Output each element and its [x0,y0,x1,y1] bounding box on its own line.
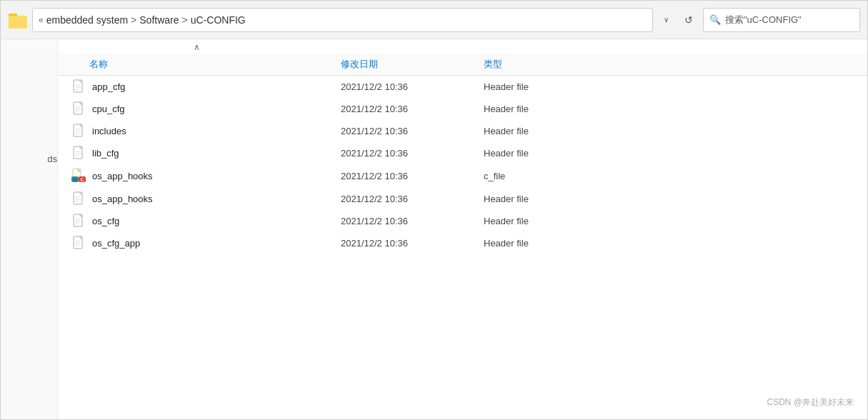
file-name: includes [89,126,341,136]
file-icon-area [69,79,89,94]
file-type: Header file [484,104,856,114]
breadcrumb-sep-2: > [182,14,188,26]
file-name: os_app_hooks [89,194,341,204]
file-date: 2021/12/2 10:36 [341,216,484,226]
file-explorer-window: « embedded system > Software > uC-CONFIG… [0,0,868,420]
table-row[interactable]: lib_cfg2021/12/2 10:36Header file [58,142,867,164]
generic-file-icon [73,214,86,228]
breadcrumb-embedded[interactable]: embedded system [46,14,128,26]
file-name: lib_cfg [89,148,341,159]
search-box[interactable]: 🔍 搜索"uC-CONFIG" [703,8,860,32]
table-row[interactable]: os_cfg_app2021/12/2 10:36Header file [58,232,867,254]
breadcrumb[interactable]: « embedded system > Software > uC-CONFIG [32,8,653,32]
file-type: Header file [484,238,856,249]
file-type: Header file [484,216,856,226]
table-row[interactable]: os_app_hooks2021/12/2 10:36Header file [58,188,867,210]
file-name: cpu_cfg [89,104,341,114]
file-date: 2021/12/2 10:36 [341,81,484,92]
file-icon-area [69,191,89,206]
file-type: Header file [484,81,856,92]
column-name-header[interactable]: 名称 [69,58,341,71]
generic-file-icon [73,236,86,250]
folder-icon [8,10,28,30]
file-icon-area [69,124,89,138]
file-date: 2021/12/2 10:36 [341,148,484,159]
file-icon-area [69,214,89,228]
file-list[interactable]: ∧ 名称 修改日期 类型 app_cfg2021/12/2 10:36Heade… [58,39,867,419]
table-row[interactable]: includes2021/12/2 10:36Header file [58,120,867,142]
table-row[interactable]: app_cfg2021/12/2 10:36Header file [58,76,867,98]
generic-file-icon [73,146,86,160]
file-type: c_file [484,171,856,181]
c-file-icon: C [71,168,87,184]
sort-indicator-area: ∧ [58,39,867,54]
table-row[interactable]: C os_app_hooks2021/12/2 10:36c_file [58,164,867,188]
sidebar: ds [1,39,58,419]
column-type-header[interactable]: 类型 [484,58,856,71]
file-date: 2021/12/2 10:36 [341,238,484,249]
refresh-button[interactable]: ↺ [679,10,699,30]
file-date: 2021/12/2 10:36 [341,171,484,181]
file-rows-container: app_cfg2021/12/2 10:36Header file cpu_cf… [58,76,867,254]
file-date: 2021/12/2 10:36 [341,194,484,204]
watermark: CSDN @奔赴美好未来 [767,396,854,409]
table-row[interactable]: cpu_cfg2021/12/2 10:36Header file [58,98,867,120]
generic-file-icon [73,191,86,206]
file-name: os_app_hooks [89,171,341,181]
refresh-icon: ↺ [684,14,693,26]
file-icon-area: C [69,168,89,184]
file-type: Header file [484,194,856,204]
search-label: 搜索"uC-CONFIG" [725,14,802,26]
file-icon-area [69,236,89,250]
breadcrumb-ucconfig[interactable]: uC-CONFIG [191,14,246,26]
table-row[interactable]: os_cfg2021/12/2 10:36Header file [58,210,867,232]
svg-text:C: C [80,177,84,182]
file-icon-area [69,101,89,116]
svg-point-28 [73,177,78,182]
column-headers: 名称 修改日期 类型 [58,54,867,76]
search-icon: 🔍 [709,14,721,25]
file-date: 2021/12/2 10:36 [341,126,484,136]
generic-file-icon [73,124,86,138]
content-area: ds ∧ 名称 修改日期 类型 app_cfg2021/12/2 10:36He… [1,39,867,419]
file-type: Header file [484,148,856,159]
chevron-down-icon: ∨ [664,16,669,24]
file-type: Header file [484,126,856,136]
back-arrows-label: « [39,15,44,25]
sort-arrow-icon: ∧ [194,42,200,52]
file-icon-area [69,146,89,160]
breadcrumb-sep-1: > [131,14,136,26]
generic-file-icon [73,101,86,116]
generic-file-icon [73,79,86,94]
sidebar-label: ds [47,154,57,164]
file-name: app_cfg [89,81,341,92]
column-date-header[interactable]: 修改日期 [341,58,484,71]
breadcrumb-software[interactable]: Software [139,14,179,26]
svg-rect-2 [9,16,27,28]
address-bar: « embedded system > Software > uC-CONFIG… [1,1,867,39]
file-date: 2021/12/2 10:36 [341,104,484,114]
file-name: os_cfg_app [89,238,341,249]
file-name: os_cfg [89,216,341,226]
breadcrumb-dropdown-button[interactable]: ∨ [657,8,674,32]
